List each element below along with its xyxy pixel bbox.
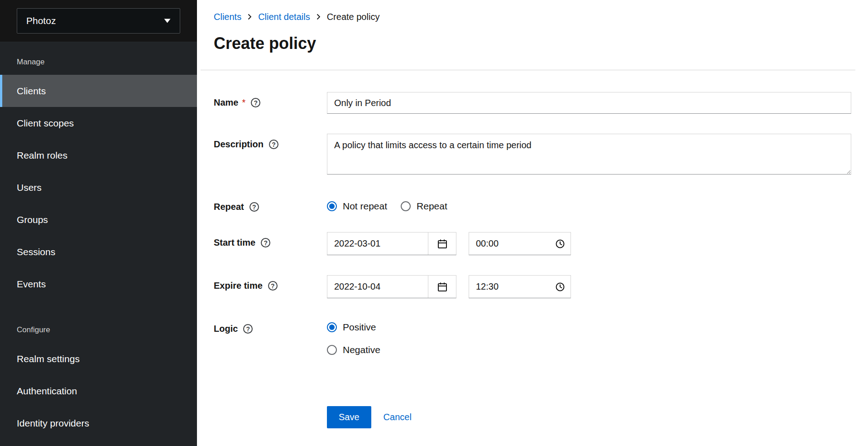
help-icon[interactable]: ? [243, 324, 253, 334]
logic-label: Logic [214, 324, 238, 334]
chevron-down-icon [164, 19, 171, 23]
radio-not-repeat[interactable]: Not repeat [327, 201, 387, 212]
sidebar-item-label: Realm settings [17, 354, 80, 364]
name-input[interactable] [327, 92, 851, 114]
breadcrumb-link-clients[interactable]: Clients [214, 12, 241, 22]
name-label: Name [214, 97, 238, 108]
expire-time-input[interactable] [469, 275, 571, 298]
start-date-picker [327, 232, 456, 255]
sidebar-item-events[interactable]: Events [0, 268, 197, 300]
expire-time-picker [469, 275, 571, 298]
form-row-description: Description ? A policy that limits acces… [214, 134, 851, 176]
sidebar-item-identity-providers[interactable]: Identity providers [0, 407, 197, 439]
description-input[interactable]: A policy that limits access to a certain… [327, 134, 851, 175]
radio-label: Positive [343, 322, 376, 333]
help-icon[interactable]: ? [249, 202, 259, 212]
help-icon[interactable]: ? [261, 238, 270, 247]
sidebar-item-label: Sessions [17, 247, 55, 257]
radio-input[interactable] [327, 322, 337, 332]
radio-dot [329, 325, 335, 330]
nav-list-manage: Clients Client scopes Realm roles Users … [0, 75, 197, 300]
radio-input[interactable] [327, 345, 337, 355]
expire-time-label-group: Expire time ? [214, 275, 327, 291]
sidebar-item-label: Identity providers [17, 418, 89, 429]
breadcrumb-current: Create policy [327, 12, 380, 22]
sidebar-item-realm-settings[interactable]: Realm settings [0, 343, 197, 375]
calendar-icon [437, 239, 447, 249]
name-field [327, 92, 851, 114]
radio-repeat[interactable]: Repeat [401, 201, 447, 212]
expire-time-field [327, 275, 851, 298]
app-root: Photoz Manage Clients Client scopes Real… [0, 0, 868, 446]
realm-selector[interactable]: Photoz [17, 8, 180, 34]
radio-input[interactable] [401, 201, 411, 211]
start-time-field [327, 232, 851, 255]
sidebar-item-label: Users [17, 182, 42, 193]
start-date-calendar-button[interactable] [428, 233, 456, 255]
logic-label-group: Logic ? [214, 318, 327, 334]
sidebar-item-clients[interactable]: Clients [0, 75, 197, 107]
nav-list-configure: Realm settings Authentication Identity p… [0, 343, 197, 439]
nav-section-configure: Configure [0, 325, 197, 334]
radio-label: Not repeat [343, 201, 387, 212]
nav-section-manage: Manage [0, 58, 197, 67]
start-time-label-group: Start time ? [214, 232, 327, 248]
cancel-link[interactable]: Cancel [384, 412, 412, 422]
help-icon[interactable]: ? [269, 140, 278, 149]
sidebar-item-realm-roles[interactable]: Realm roles [0, 139, 197, 171]
radio-input[interactable] [327, 201, 337, 211]
description-label: Description [214, 139, 264, 150]
sidebar-item-users[interactable]: Users [0, 171, 197, 204]
sidebar-item-authentication[interactable]: Authentication [0, 375, 197, 407]
start-time-label: Start time [214, 238, 255, 248]
sidebar-item-groups[interactable]: Groups [0, 204, 197, 236]
sidebar-item-label: Realm roles [17, 150, 67, 161]
radio-label: Repeat [417, 201, 447, 212]
sidebar-item-label: Authentication [17, 386, 77, 397]
radio-negative[interactable]: Negative [327, 344, 380, 355]
sidebar: Photoz Manage Clients Client scopes Real… [0, 0, 197, 446]
required-indicator: * [242, 97, 245, 108]
radio-dot [403, 204, 408, 209]
form-row-logic: Logic ? Positive Negative [214, 318, 851, 355]
create-policy-form: Name * ? Description ? A policy that lim… [197, 70, 868, 428]
start-time-picker [469, 232, 571, 255]
help-icon[interactable]: ? [251, 98, 260, 107]
start-time-input[interactable] [469, 232, 571, 255]
radio-dot [329, 204, 335, 209]
breadcrumb-link-client-details[interactable]: Client details [258, 12, 310, 22]
sidebar-item-label: Client scopes [17, 118, 74, 129]
realm-name: Photoz [26, 15, 56, 26]
expire-date-picker [327, 275, 456, 298]
page-header: Clients Client details Create policy Cre… [197, 0, 868, 53]
breadcrumb: Clients Client details Create policy [214, 11, 851, 23]
radio-dot [329, 347, 335, 353]
repeat-radio-group: Not repeat Repeat [327, 196, 851, 212]
sidebar-item-client-scopes[interactable]: Client scopes [0, 107, 197, 139]
repeat-label: Repeat [214, 202, 244, 212]
calendar-icon [437, 282, 447, 292]
sidebar-item-label: Events [17, 279, 46, 290]
form-row-expire-time: Expire time ? [214, 275, 851, 298]
page-title: Create policy [214, 34, 851, 53]
sidebar-nav: Manage Clients Client scopes Realm roles… [0, 42, 197, 446]
save-button[interactable]: Save [327, 406, 371, 428]
form-actions: Save Cancel [327, 406, 851, 428]
repeat-label-group: Repeat ? [214, 196, 327, 212]
help-icon[interactable]: ? [268, 281, 278, 291]
description-field: A policy that limits access to a certain… [327, 134, 851, 176]
radio-label: Negative [343, 344, 380, 355]
sidebar-item-sessions[interactable]: Sessions [0, 236, 197, 268]
breadcrumb-separator-icon [248, 14, 252, 20]
form-row-start-time: Start time ? [214, 232, 851, 255]
breadcrumb-separator-icon [317, 14, 321, 20]
name-label-group: Name * ? [214, 92, 327, 108]
main-content: Clients Client details Create policy Cre… [197, 0, 868, 446]
expire-date-input[interactable] [327, 276, 428, 298]
expire-time-label: Expire time [214, 281, 263, 291]
radio-positive[interactable]: Positive [327, 322, 376, 333]
expire-date-calendar-button[interactable] [428, 276, 456, 298]
form-row-repeat: Repeat ? Not repeat Repeat [214, 196, 851, 212]
start-date-input[interactable] [327, 233, 428, 255]
masthead: Photoz [0, 0, 197, 42]
